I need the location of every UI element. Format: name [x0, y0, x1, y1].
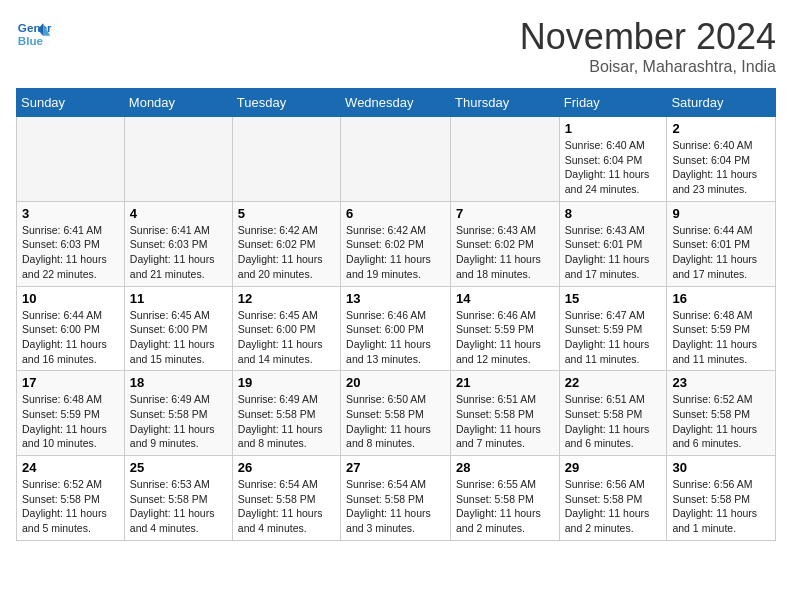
day-info: Sunrise: 6:49 AM Sunset: 5:58 PM Dayligh…: [238, 392, 335, 451]
day-info: Sunrise: 6:41 AM Sunset: 6:03 PM Dayligh…: [130, 223, 227, 282]
day-info: Sunrise: 6:55 AM Sunset: 5:58 PM Dayligh…: [456, 477, 554, 536]
day-info: Sunrise: 6:43 AM Sunset: 6:01 PM Dayligh…: [565, 223, 662, 282]
calendar-cell: 7Sunrise: 6:43 AM Sunset: 6:02 PM Daylig…: [451, 201, 560, 286]
col-header-friday: Friday: [559, 89, 667, 117]
calendar-cell: 13Sunrise: 6:46 AM Sunset: 6:00 PM Dayli…: [341, 286, 451, 371]
day-info: Sunrise: 6:48 AM Sunset: 5:59 PM Dayligh…: [672, 308, 770, 367]
day-info: Sunrise: 6:51 AM Sunset: 5:58 PM Dayligh…: [456, 392, 554, 451]
calendar-cell: 25Sunrise: 6:53 AM Sunset: 5:58 PM Dayli…: [124, 456, 232, 541]
calendar-cell: 12Sunrise: 6:45 AM Sunset: 6:00 PM Dayli…: [232, 286, 340, 371]
day-number: 21: [456, 375, 554, 390]
col-header-saturday: Saturday: [667, 89, 776, 117]
calendar-cell: 8Sunrise: 6:43 AM Sunset: 6:01 PM Daylig…: [559, 201, 667, 286]
svg-text:Blue: Blue: [18, 34, 44, 47]
day-info: Sunrise: 6:41 AM Sunset: 6:03 PM Dayligh…: [22, 223, 119, 282]
day-number: 6: [346, 206, 445, 221]
calendar-cell: 18Sunrise: 6:49 AM Sunset: 5:58 PM Dayli…: [124, 371, 232, 456]
calendar-cell: [124, 117, 232, 202]
day-number: 14: [456, 291, 554, 306]
day-info: Sunrise: 6:54 AM Sunset: 5:58 PM Dayligh…: [238, 477, 335, 536]
calendar-cell: [341, 117, 451, 202]
day-info: Sunrise: 6:51 AM Sunset: 5:58 PM Dayligh…: [565, 392, 662, 451]
logo: General Blue: [16, 16, 52, 52]
calendar-cell: 22Sunrise: 6:51 AM Sunset: 5:58 PM Dayli…: [559, 371, 667, 456]
day-number: 5: [238, 206, 335, 221]
title-block: November 2024 Boisar, Maharashtra, India: [520, 16, 776, 76]
calendar-cell: 29Sunrise: 6:56 AM Sunset: 5:58 PM Dayli…: [559, 456, 667, 541]
calendar-cell: 24Sunrise: 6:52 AM Sunset: 5:58 PM Dayli…: [17, 456, 125, 541]
day-number: 11: [130, 291, 227, 306]
day-info: Sunrise: 6:45 AM Sunset: 6:00 PM Dayligh…: [130, 308, 227, 367]
calendar-cell: 1Sunrise: 6:40 AM Sunset: 6:04 PM Daylig…: [559, 117, 667, 202]
day-info: Sunrise: 6:52 AM Sunset: 5:58 PM Dayligh…: [672, 392, 770, 451]
calendar-cell: 2Sunrise: 6:40 AM Sunset: 6:04 PM Daylig…: [667, 117, 776, 202]
day-info: Sunrise: 6:40 AM Sunset: 6:04 PM Dayligh…: [672, 138, 770, 197]
day-info: Sunrise: 6:47 AM Sunset: 5:59 PM Dayligh…: [565, 308, 662, 367]
calendar-cell: 30Sunrise: 6:56 AM Sunset: 5:58 PM Dayli…: [667, 456, 776, 541]
day-number: 28: [456, 460, 554, 475]
calendar-cell: 10Sunrise: 6:44 AM Sunset: 6:00 PM Dayli…: [17, 286, 125, 371]
day-number: 17: [22, 375, 119, 390]
calendar-week-row: 17Sunrise: 6:48 AM Sunset: 5:59 PM Dayli…: [17, 371, 776, 456]
calendar-cell: 9Sunrise: 6:44 AM Sunset: 6:01 PM Daylig…: [667, 201, 776, 286]
day-info: Sunrise: 6:46 AM Sunset: 6:00 PM Dayligh…: [346, 308, 445, 367]
col-header-thursday: Thursday: [451, 89, 560, 117]
day-number: 1: [565, 121, 662, 136]
location-subtitle: Boisar, Maharashtra, India: [520, 58, 776, 76]
calendar-table: SundayMondayTuesdayWednesdayThursdayFrid…: [16, 88, 776, 541]
calendar-cell: 27Sunrise: 6:54 AM Sunset: 5:58 PM Dayli…: [341, 456, 451, 541]
day-number: 19: [238, 375, 335, 390]
calendar-cell: 3Sunrise: 6:41 AM Sunset: 6:03 PM Daylig…: [17, 201, 125, 286]
day-number: 8: [565, 206, 662, 221]
calendar-cell: [17, 117, 125, 202]
calendar-cell: 5Sunrise: 6:42 AM Sunset: 6:02 PM Daylig…: [232, 201, 340, 286]
col-header-sunday: Sunday: [17, 89, 125, 117]
calendar-cell: 4Sunrise: 6:41 AM Sunset: 6:03 PM Daylig…: [124, 201, 232, 286]
day-info: Sunrise: 6:54 AM Sunset: 5:58 PM Dayligh…: [346, 477, 445, 536]
day-info: Sunrise: 6:56 AM Sunset: 5:58 PM Dayligh…: [672, 477, 770, 536]
day-info: Sunrise: 6:49 AM Sunset: 5:58 PM Dayligh…: [130, 392, 227, 451]
calendar-cell: 17Sunrise: 6:48 AM Sunset: 5:59 PM Dayli…: [17, 371, 125, 456]
day-info: Sunrise: 6:56 AM Sunset: 5:58 PM Dayligh…: [565, 477, 662, 536]
day-number: 24: [22, 460, 119, 475]
day-number: 25: [130, 460, 227, 475]
day-number: 16: [672, 291, 770, 306]
day-info: Sunrise: 6:44 AM Sunset: 6:01 PM Dayligh…: [672, 223, 770, 282]
calendar-cell: 14Sunrise: 6:46 AM Sunset: 5:59 PM Dayli…: [451, 286, 560, 371]
day-number: 7: [456, 206, 554, 221]
calendar-cell: 16Sunrise: 6:48 AM Sunset: 5:59 PM Dayli…: [667, 286, 776, 371]
day-info: Sunrise: 6:43 AM Sunset: 6:02 PM Dayligh…: [456, 223, 554, 282]
day-number: 18: [130, 375, 227, 390]
calendar-week-row: 10Sunrise: 6:44 AM Sunset: 6:00 PM Dayli…: [17, 286, 776, 371]
day-number: 13: [346, 291, 445, 306]
calendar-cell: [232, 117, 340, 202]
day-info: Sunrise: 6:50 AM Sunset: 5:58 PM Dayligh…: [346, 392, 445, 451]
day-info: Sunrise: 6:53 AM Sunset: 5:58 PM Dayligh…: [130, 477, 227, 536]
day-info: Sunrise: 6:52 AM Sunset: 5:58 PM Dayligh…: [22, 477, 119, 536]
day-info: Sunrise: 6:46 AM Sunset: 5:59 PM Dayligh…: [456, 308, 554, 367]
day-number: 29: [565, 460, 662, 475]
header: General Blue November 2024 Boisar, Mahar…: [16, 16, 776, 76]
day-number: 23: [672, 375, 770, 390]
day-number: 22: [565, 375, 662, 390]
day-info: Sunrise: 6:45 AM Sunset: 6:00 PM Dayligh…: [238, 308, 335, 367]
col-header-monday: Monday: [124, 89, 232, 117]
day-info: Sunrise: 6:42 AM Sunset: 6:02 PM Dayligh…: [238, 223, 335, 282]
calendar-cell: 6Sunrise: 6:42 AM Sunset: 6:02 PM Daylig…: [341, 201, 451, 286]
month-title: November 2024: [520, 16, 776, 58]
day-number: 26: [238, 460, 335, 475]
calendar-cell: 26Sunrise: 6:54 AM Sunset: 5:58 PM Dayli…: [232, 456, 340, 541]
calendar-cell: 15Sunrise: 6:47 AM Sunset: 5:59 PM Dayli…: [559, 286, 667, 371]
day-info: Sunrise: 6:44 AM Sunset: 6:00 PM Dayligh…: [22, 308, 119, 367]
calendar-cell: 21Sunrise: 6:51 AM Sunset: 5:58 PM Dayli…: [451, 371, 560, 456]
calendar-cell: 28Sunrise: 6:55 AM Sunset: 5:58 PM Dayli…: [451, 456, 560, 541]
day-number: 9: [672, 206, 770, 221]
day-info: Sunrise: 6:42 AM Sunset: 6:02 PM Dayligh…: [346, 223, 445, 282]
day-number: 4: [130, 206, 227, 221]
calendar-week-row: 1Sunrise: 6:40 AM Sunset: 6:04 PM Daylig…: [17, 117, 776, 202]
logo-icon: General Blue: [16, 16, 52, 52]
day-number: 2: [672, 121, 770, 136]
calendar-week-row: 3Sunrise: 6:41 AM Sunset: 6:03 PM Daylig…: [17, 201, 776, 286]
calendar-cell: 19Sunrise: 6:49 AM Sunset: 5:58 PM Dayli…: [232, 371, 340, 456]
day-info: Sunrise: 6:40 AM Sunset: 6:04 PM Dayligh…: [565, 138, 662, 197]
